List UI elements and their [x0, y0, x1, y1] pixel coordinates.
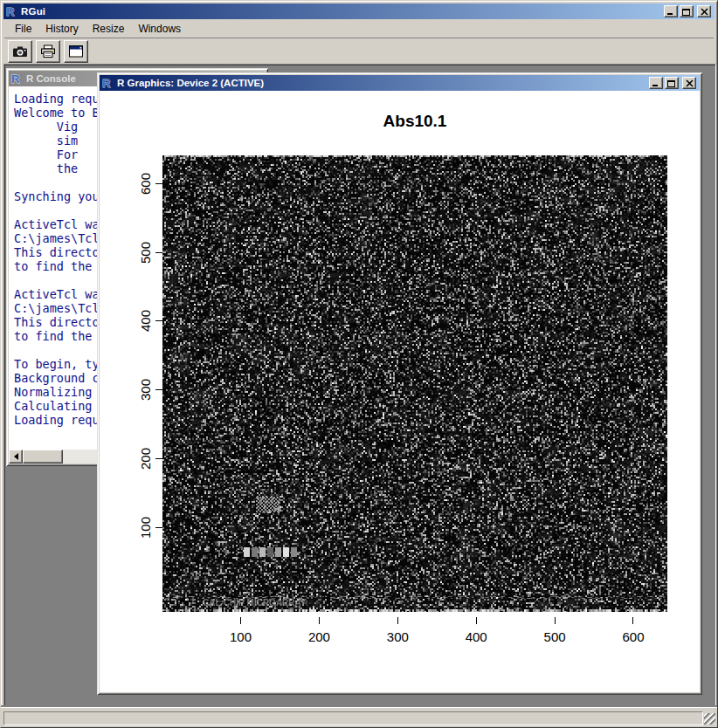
r-logo-icon: R	[101, 77, 114, 90]
console-window-icon	[68, 45, 84, 58]
graphics-window: R R Graphics: Device 2 (ACTIVE) Abs10.1	[97, 72, 702, 695]
y-tick-label: 300	[138, 379, 153, 401]
graphics-content: Abs10.1 600 500 400 300 200	[100, 91, 700, 692]
menu-bar: FileHistoryResizeWindows	[4, 20, 714, 37]
y-tick: 300	[133, 355, 162, 424]
camera-icon	[12, 45, 28, 58]
y-tick-label: 200	[138, 448, 153, 470]
minimize-icon	[652, 79, 660, 87]
y-tick-label: 500	[138, 242, 153, 264]
x-tick-mark	[397, 617, 398, 624]
scroll-thumb[interactable]	[23, 450, 63, 464]
y-tick: 500	[133, 218, 162, 287]
y-tick-mark	[155, 389, 162, 390]
graphics-minimize-button[interactable]	[649, 77, 663, 89]
print-button[interactable]	[36, 40, 60, 63]
y-axis: 600 500 400 300 200 100	[133, 149, 162, 562]
printer-icon	[40, 45, 56, 58]
y-tick: 200	[133, 424, 162, 493]
x-tick-mark	[555, 617, 556, 624]
x-tick: 500	[515, 612, 594, 644]
x-tick-label: 200	[308, 629, 330, 644]
graphics-close-button[interactable]	[682, 77, 696, 89]
y-tick-mark	[155, 252, 162, 253]
close-button[interactable]	[697, 5, 711, 17]
graphics-title: R Graphics: Device 2 (ACTIVE)	[117, 78, 264, 88]
y-tick: 100	[133, 493, 162, 562]
x-tick: 300	[358, 612, 437, 644]
plot-image	[162, 155, 667, 612]
maximize-icon	[667, 79, 676, 87]
x-tick-mark	[319, 617, 320, 624]
x-tick-mark	[632, 617, 633, 624]
r-logo-icon: R	[10, 72, 24, 86]
svg-text:R: R	[102, 77, 111, 90]
resize-grip-icon[interactable]	[704, 713, 715, 725]
camera-button[interactable]	[8, 40, 32, 63]
maximize-icon	[682, 8, 691, 16]
x-tick: 200	[280, 612, 358, 644]
rgui-window: R RGui FileHistoryResizeWindows	[0, 0, 718, 728]
x-tick: 600	[594, 612, 673, 644]
r-logo-icon: R	[5, 5, 18, 18]
y-tick-label: 100	[138, 517, 153, 539]
y-tick-mark	[155, 183, 162, 184]
plot-title: Abs10.1	[162, 112, 667, 131]
status-panel	[3, 711, 703, 725]
x-tick-label: 500	[544, 629, 566, 644]
main-window-title: RGui	[21, 6, 45, 17]
menu-item[interactable]: History	[38, 21, 85, 37]
svg-text:R: R	[6, 5, 15, 18]
console-focus-button[interactable]	[64, 40, 88, 63]
scroll-left-button[interactable]	[9, 450, 23, 464]
x-tick-label: 400	[466, 629, 487, 644]
y-tick-mark	[155, 320, 162, 321]
minimize-icon	[666, 8, 675, 16]
y-tick: 400	[133, 287, 162, 356]
x-tick-mark	[476, 617, 477, 624]
close-icon	[686, 79, 694, 87]
menu-item[interactable]: Resize	[86, 21, 132, 37]
scroll-left-arrow-icon	[14, 453, 18, 460]
graphics-maximize-button[interactable]	[665, 77, 679, 89]
y-tick-label: 600	[138, 173, 153, 195]
y-tick-mark	[155, 458, 162, 459]
x-tick: 400	[437, 612, 515, 644]
y-tick: 600	[133, 149, 162, 218]
minimize-button[interactable]	[664, 5, 678, 17]
y-tick-mark	[155, 527, 162, 528]
maximize-button[interactable]	[680, 5, 694, 17]
svg-text:R: R	[11, 72, 20, 86]
x-tick-mark	[240, 617, 241, 624]
x-tick-label: 300	[387, 629, 409, 644]
x-tick: 100	[202, 612, 280, 644]
status-bar	[1, 707, 717, 727]
menu-item[interactable]: Windows	[131, 21, 188, 37]
x-tick-label: 600	[622, 629, 644, 644]
x-axis: 100 200 300 400 500 600	[202, 612, 673, 644]
graphics-titlebar[interactable]: R R Graphics: Device 2 (ACTIVE)	[100, 75, 700, 91]
x-tick-label: 100	[230, 629, 252, 644]
close-icon	[701, 8, 708, 16]
console-title: R Console	[26, 73, 76, 84]
main-titlebar[interactable]: R RGui	[3, 3, 715, 19]
y-tick-label: 400	[138, 310, 153, 332]
menu-item[interactable]: File	[8, 21, 38, 37]
toolbar	[4, 38, 714, 65]
